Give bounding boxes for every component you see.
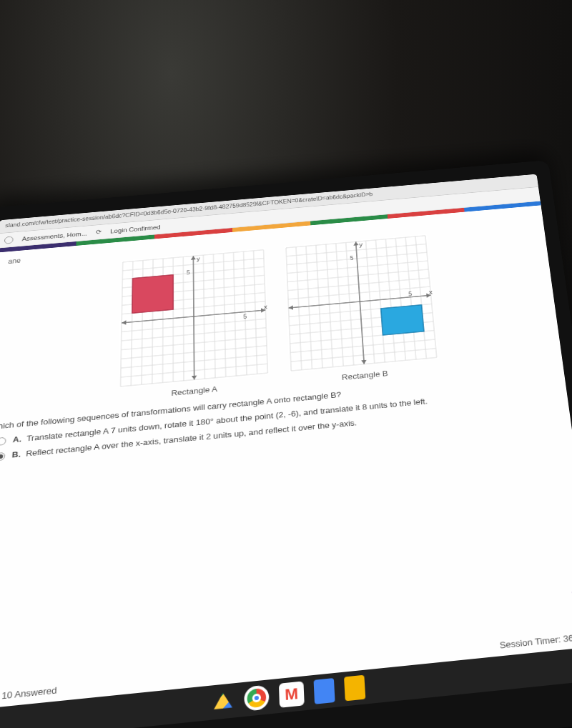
y-axis-label-b: y <box>359 241 363 248</box>
chrome-icon[interactable] <box>244 684 270 712</box>
screen: sland.com/cfw/test/practice-session/ab6d… <box>0 174 572 728</box>
tab-login-confirmed[interactable]: Login Confirmed <box>110 224 160 234</box>
tab-refresh-icon[interactable]: ⟳ <box>96 229 102 236</box>
x-axis-label: x <box>264 304 267 311</box>
chart-b-wrap: y x 5 5 Rectangle B <box>284 234 440 387</box>
svg-marker-35 <box>122 320 126 325</box>
svg-line-68 <box>356 241 365 364</box>
y-tick-5: 5 <box>187 269 190 276</box>
svg-line-37 <box>286 248 291 371</box>
svg-rect-36 <box>132 275 173 314</box>
tab-icon <box>4 236 14 244</box>
y-axis-label: y <box>197 256 200 262</box>
session-timer: Session Timer: 36:34 <box>499 632 572 651</box>
x-tick-5-b: 5 <box>408 291 413 297</box>
progress-text: 4 of 10 Answered <box>0 685 57 703</box>
option-a-letter: A. <box>13 434 22 444</box>
docs-icon[interactable] <box>314 678 335 704</box>
x-tick-5: 5 <box>243 314 247 320</box>
svg-marker-72 <box>288 305 293 310</box>
x-axis-label-b: x <box>429 289 433 296</box>
main-content: ane <box>0 205 571 474</box>
chart-a-wrap: y x 5 5 Rectangle A <box>118 248 270 402</box>
drive-icon[interactable] <box>212 690 234 712</box>
gmail-icon[interactable]: M <box>279 681 305 707</box>
chart-b: y x 5 5 <box>284 234 438 372</box>
slides-icon[interactable] <box>344 675 365 702</box>
tab-assessments[interactable]: Assessments, Hom... <box>22 230 87 242</box>
radio-a[interactable] <box>0 437 6 446</box>
svg-rect-73 <box>381 305 424 335</box>
option-b-letter: B. <box>11 449 21 459</box>
y-tick-5-b: 5 <box>350 255 353 261</box>
radio-b[interactable] <box>0 452 5 461</box>
chart-a: y x 5 5 <box>119 248 270 388</box>
laptop-frame: sland.com/cfw/test/practice-session/ab6d… <box>0 160 572 728</box>
